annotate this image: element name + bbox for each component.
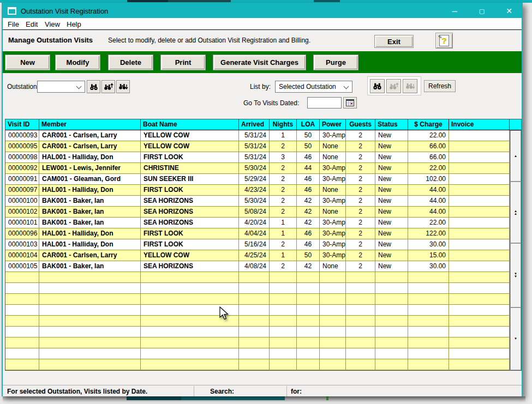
empty-table-row[interactable] <box>5 283 521 294</box>
table-row[interactable]: 00000095CAR001 - Carlsen, LarryYELLOW CO… <box>5 141 521 152</box>
close-button[interactable]: ✕ <box>501 4 517 18</box>
minimize-button[interactable]: ─ <box>446 4 463 18</box>
list-by-dropdown[interactable]: Selected Outstation <box>275 81 352 93</box>
grid-find-button[interactable] <box>370 79 385 93</box>
modify-button[interactable]: Modify <box>56 55 100 70</box>
table-row[interactable]: 00000101BAK001 - Baker, IanSEA HORIZONS4… <box>5 218 521 228</box>
table-row[interactable]: 00000102BAK001 - Baker, IanSEA HORIZONS5… <box>5 207 521 218</box>
table-cell: 5/16/24 <box>239 239 270 250</box>
titlebar[interactable]: Outstation Visit Registration ─ ▢ ✕ <box>3 4 522 18</box>
refresh-button[interactable]: Refresh <box>424 80 456 92</box>
empty-table-row[interactable] <box>5 359 521 370</box>
delete-button[interactable]: Delete <box>109 55 153 70</box>
column-header[interactable]: Boat Name <box>141 119 239 130</box>
table-cell <box>346 337 375 348</box>
table-row[interactable]: 00000092LEW001 - Lewis, JenniferCHRISTIN… <box>5 163 521 174</box>
table-cell <box>320 294 346 304</box>
menu-help[interactable]: Help <box>67 20 81 28</box>
column-header[interactable]: $ Charge <box>408 119 449 130</box>
generate-visit-charges-button[interactable]: Generate Visit Charges <box>213 55 306 70</box>
table-cell <box>239 327 270 337</box>
table-cell <box>449 130 510 141</box>
table-row[interactable]: 00000093CAR001 - Carlsen, LarryYELLOW CO… <box>5 130 521 141</box>
table-cell: None <box>320 261 346 272</box>
print-button[interactable]: Print <box>161 55 205 70</box>
new-button[interactable]: New <box>5 55 50 70</box>
table-row[interactable]: 00000098HAL001 - Halliday, DonFIRST LOOK… <box>5 152 521 163</box>
table-cell: SEA HORIZONS <box>141 218 239 228</box>
app-window: Outstation Visit Registration ─ ▢ ✕ File… <box>2 3 523 396</box>
menu-view[interactable]: View <box>45 20 60 28</box>
table-cell <box>320 327 346 337</box>
table-cell <box>449 228 510 239</box>
empty-table-row[interactable] <box>5 327 521 337</box>
table-cell <box>39 327 141 337</box>
table-cell <box>297 337 320 348</box>
find-next-button[interactable] <box>116 80 130 93</box>
table-cell <box>141 359 239 370</box>
table-cell: 00000104 <box>5 250 39 261</box>
grid-find-next-button-disabled[interactable] <box>403 79 417 93</box>
table-cell: New <box>375 250 408 261</box>
calendar-button[interactable] <box>343 97 357 108</box>
help-button[interactable]: ? ✎ <box>435 33 453 49</box>
table-cell: CAR001 - Carlsen, Larry <box>39 141 141 152</box>
table-cell <box>449 359 510 370</box>
table-row[interactable]: 00000091CAM001 - Gleaman, GordSUN SEEKER… <box>5 174 521 185</box>
table-cell <box>239 348 270 359</box>
table-cell <box>346 294 375 304</box>
scroll-page-up-button[interactable]: ▲ ▲ <box>510 182 521 243</box>
scroll-down-button[interactable]: ▼ <box>510 307 521 370</box>
find-button[interactable] <box>87 80 100 93</box>
table-row[interactable]: 00000096HAL001 - Halliday, DonFIRST LOOK… <box>5 228 521 239</box>
column-header[interactable]: Status <box>375 119 408 130</box>
empty-table-row[interactable] <box>5 316 521 327</box>
purge-button[interactable]: Purge <box>314 55 358 70</box>
scroll-up-button[interactable]: ▲ <box>510 130 521 182</box>
scroll-page-down-button[interactable]: ▼ ▼ <box>510 243 521 307</box>
table-row[interactable]: 00000103HAL001 - Halliday, DonFIRST LOOK… <box>5 239 521 250</box>
column-header[interactable]: Member <box>39 119 141 130</box>
menu-edit[interactable]: Edit <box>26 20 38 28</box>
menu-file[interactable]: File <box>8 20 19 28</box>
table-cell: 66.00 <box>408 141 449 152</box>
column-header[interactable]: Guests <box>346 119 375 130</box>
empty-table-row[interactable] <box>5 272 521 283</box>
empty-table-row[interactable] <box>5 337 521 348</box>
column-header[interactable]: Visit ID <box>5 119 39 130</box>
empty-table-row[interactable] <box>5 348 521 359</box>
table-cell: 00000091 <box>5 174 39 184</box>
table-row[interactable]: 00000105BAK001 - Baker, IanSEA HORIZONS4… <box>5 261 521 272</box>
empty-table-row[interactable] <box>5 305 521 316</box>
table-row[interactable]: 00000097HAL001 - Halliday, DonFIRST LOOK… <box>5 185 521 196</box>
table-cell: 1 <box>270 228 297 239</box>
table-cell: 46 <box>297 228 320 239</box>
find-previous-button[interactable] <box>101 80 115 93</box>
chevron-down-icon <box>76 84 82 89</box>
table-cell: FIRST LOOK <box>141 228 239 239</box>
table-cell: None <box>320 207 346 217</box>
binoculars-up-icon <box>104 83 113 91</box>
table-row[interactable]: 00000104CAR001 - Carlsen, LarryYELLOW CO… <box>5 250 521 261</box>
table-cell: 1 <box>270 130 297 141</box>
table-row[interactable]: 00000100BAK001 - Baker, IanSEA HORIZONS5… <box>5 196 521 207</box>
column-header[interactable]: Power <box>320 119 346 130</box>
exit-button[interactable]: Exit <box>375 35 413 47</box>
column-header[interactable]: Arrived <box>239 119 270 130</box>
maximize-button[interactable]: ▢ <box>474 4 490 18</box>
table-cell: SEA HORIZONS <box>141 207 239 217</box>
outstation-combobox[interactable] <box>37 81 85 93</box>
table-cell <box>39 337 141 348</box>
grid-find-previous-button-disabled[interactable] <box>386 79 401 93</box>
column-header[interactable]: LOA <box>297 119 320 130</box>
table-cell <box>449 218 510 228</box>
table-cell <box>39 348 141 359</box>
table-cell <box>449 261 510 272</box>
table-cell <box>39 294 141 304</box>
column-header[interactable]: Invoice <box>449 119 510 130</box>
empty-table-row[interactable] <box>5 294 521 305</box>
column-header[interactable]: Nights <box>270 119 297 130</box>
table-cell: 2 <box>270 141 297 152</box>
goto-visits-dated-input[interactable] <box>307 97 342 108</box>
table-cell <box>141 294 239 304</box>
